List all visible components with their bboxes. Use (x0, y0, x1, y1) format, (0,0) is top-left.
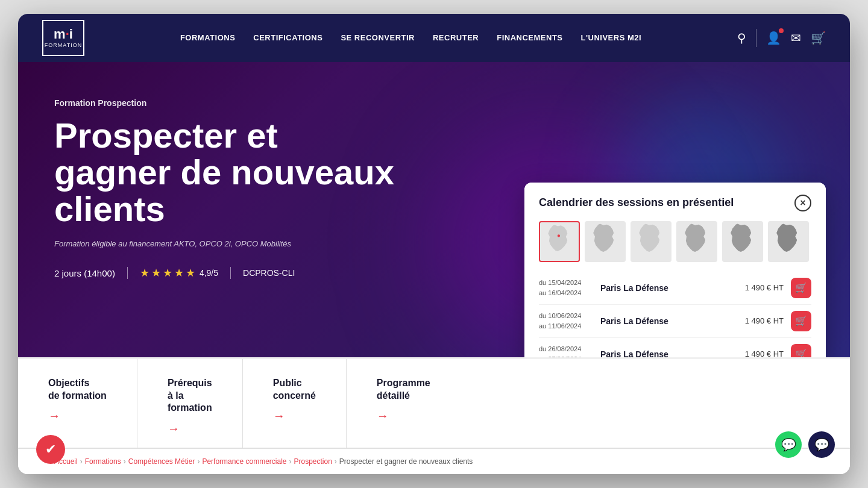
tab-programme-label: Programmedétaillé (377, 377, 430, 402)
tab-objectifs-arrow: → (48, 409, 107, 423)
hero-section: Formation Prospection Prospecter et gagn… (18, 62, 850, 357)
checkmark-icon: ✔ (45, 442, 56, 457)
breadcrumb-sep-1: › (124, 457, 126, 466)
tab-programme-arrow: → (377, 409, 430, 423)
hero-duration: 2 jours (14h00) (54, 268, 115, 278)
nav-certifications[interactable]: CERTIFICATIONS (253, 33, 322, 42)
breadcrumb-sep-3: › (289, 457, 291, 466)
add-to-cart-0[interactable]: 🛒 (791, 278, 811, 298)
breadcrumb-section: Accueil › Formations › Compétences Métie… (18, 448, 850, 474)
tabs-section: Objectifsde formation → Prérequisà lafor… (18, 357, 850, 448)
map-thumb-4[interactable] (676, 221, 717, 262)
whatsapp-icon: 💬 (781, 437, 796, 452)
chat-icon: 💬 (814, 437, 829, 452)
session-row-1: du 10/06/2024 au 11/06/2024 Paris La Déf… (539, 305, 811, 338)
session-price-2: 1 490 € HT (735, 349, 784, 357)
meta-divider-1 (127, 267, 128, 279)
hero-meta: 2 jours (14h00) ★ ★ ★ ★ ★ 4,9/5 DCPROS-C… (54, 266, 404, 280)
session-location-1: Paris La Défense (593, 316, 735, 326)
breadcrumb-sep-0: › (80, 457, 83, 466)
nav-recruter[interactable]: RECRUTER (433, 33, 479, 42)
tab-objectifs[interactable]: Objectifsde formation → (18, 359, 137, 448)
session-date-2: du 26/08/2024 au 27/08/2024 (539, 344, 593, 357)
cart-icon[interactable]: 🛒 (811, 31, 826, 45)
star-3: ★ (163, 266, 172, 280)
tab-programme[interactable]: Programmedétaillé → (347, 359, 461, 448)
map-thumb-paris[interactable] (539, 221, 580, 262)
hero-code: DCPROS-CLI (243, 268, 295, 278)
tab-public[interactable]: Publicconcerné → (243, 359, 347, 448)
star-5: ★ (186, 266, 195, 280)
rating-value: 4,9/5 (200, 268, 218, 278)
session-date-1: du 10/06/2024 au 11/06/2024 (539, 311, 593, 331)
session-price-1: 1 490 € HT (735, 316, 784, 325)
calendar-title: Calendrier des sessions en présentiel (539, 196, 734, 209)
calendar-panel: Calendrier des sessions en présentiel × (524, 183, 826, 357)
breadcrumb-sep-4: › (335, 457, 337, 466)
logo-text: m·i (54, 28, 73, 41)
browser-frame: m·i Formation FORMATIONS CERTIFICATIONS … (18, 14, 850, 474)
nav-univers[interactable]: L'UNIVERS M2I (581, 33, 642, 42)
tab-prerequis[interactable]: Prérequisà laformation → (137, 359, 243, 448)
session-row-2: du 26/08/2024 au 27/08/2024 Paris La Déf… (539, 338, 811, 357)
notification-badge (779, 28, 784, 33)
meta-divider-2 (230, 267, 231, 279)
add-to-cart-1[interactable]: 🛒 (791, 311, 811, 331)
logo[interactable]: m·i Formation (42, 20, 84, 56)
logo-subtitle: Formation (45, 42, 82, 48)
nav-formations[interactable]: FORMATIONS (180, 33, 235, 42)
header: m·i Formation FORMATIONS CERTIFICATIONS … (18, 14, 850, 62)
map-thumb-3[interactable] (631, 221, 671, 262)
star-1: ★ (140, 266, 149, 280)
rating-stars: ★ ★ ★ ★ ★ 4,9/5 (140, 266, 218, 280)
map-thumbnails (524, 221, 826, 272)
calendar-header: Calendrier des sessions en présentiel × (524, 183, 826, 221)
nav-financements[interactable]: FINANCEMENTS (497, 33, 562, 42)
session-date-0: du 15/04/2024 au 16/04/2024 (539, 278, 593, 298)
session-location-2: Paris La Défense (593, 349, 735, 357)
mail-icon[interactable]: ✉ (791, 31, 801, 45)
map-thumb-6[interactable] (768, 221, 809, 262)
search-icon[interactable]: ⚲ (737, 31, 746, 45)
tabs-row: Objectifsde formation → Prérequisà lafor… (18, 359, 850, 448)
star-4: ★ (174, 266, 184, 280)
close-button[interactable]: × (794, 195, 811, 211)
tab-public-label: Publicconcerné (273, 377, 316, 402)
tab-prerequis-label: Prérequisà laformation (168, 377, 212, 414)
hero-title: Prospecter et gagner de nouveaux clients (54, 117, 404, 228)
star-2: ★ (151, 266, 161, 280)
chat-button[interactable]: 💬 (808, 431, 835, 458)
main-nav: FORMATIONS CERTIFICATIONS SE RECONVERTIR… (180, 33, 641, 42)
whatsapp-button[interactable]: 💬 (775, 431, 802, 458)
hero-funding: Formation éligible au financement AKTO, … (54, 239, 404, 248)
session-list: du 15/04/2024 au 16/04/2024 Paris La Déf… (524, 272, 826, 357)
fab-checkmark[interactable]: ✔ (36, 435, 65, 464)
map-thumb-2[interactable] (585, 221, 626, 262)
breadcrumb-formations[interactable]: Formations (85, 457, 121, 466)
nav-reconvertir[interactable]: SE RECONVERTIR (341, 33, 415, 42)
session-location-0: Paris La Défense (593, 283, 735, 293)
breadcrumb-prospection[interactable]: Prospection (294, 457, 332, 466)
tab-public-arrow: → (273, 409, 316, 423)
breadcrumb-sep-2: › (197, 457, 200, 466)
breadcrumb-current: Prospecter et gagner de nouveaux clients (339, 457, 473, 466)
tab-prerequis-arrow: → (168, 422, 212, 436)
svg-point-0 (558, 234, 560, 237)
map-thumb-5[interactable] (722, 221, 763, 262)
add-to-cart-2[interactable]: 🛒 (791, 344, 811, 357)
breadcrumb: Accueil › Formations › Compétences Métie… (54, 457, 814, 466)
icon-divider (756, 29, 756, 47)
header-icons: ⚲ 👤 ✉ 🛒 (737, 29, 826, 47)
breadcrumb-competences[interactable]: Compétences Métier (128, 457, 195, 466)
session-row-0: du 15/04/2024 au 16/04/2024 Paris La Déf… (539, 272, 811, 305)
tab-objectifs-label: Objectifsde formation (48, 377, 107, 402)
breadcrumb-performance[interactable]: Performance commerciale (202, 457, 286, 466)
user-icon[interactable]: 👤 (766, 31, 781, 45)
hero-content: Formation Prospection Prospecter et gagn… (18, 62, 440, 304)
hero-subtitle: Formation Prospection (54, 98, 404, 108)
session-price-0: 1 490 € HT (735, 283, 784, 292)
